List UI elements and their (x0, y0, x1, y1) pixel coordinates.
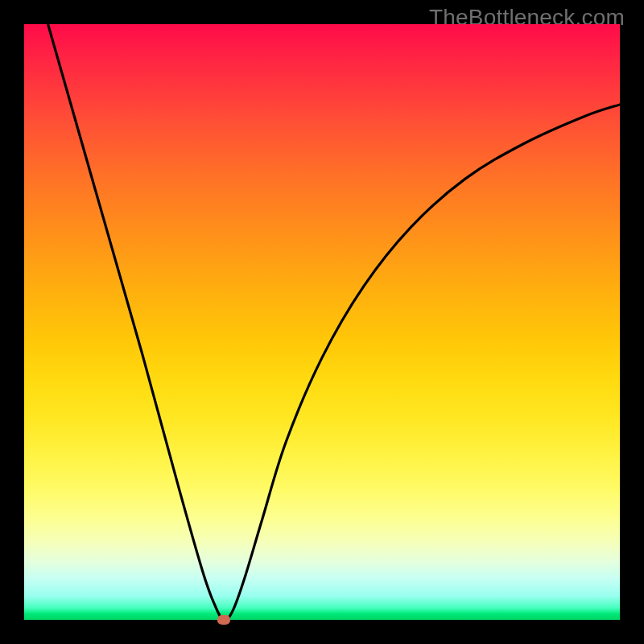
bottleneck-curve (48, 24, 620, 620)
chart-frame: TheBottleneck.com (0, 0, 644, 644)
plot-area (24, 24, 620, 620)
optimum-marker (217, 615, 230, 625)
curve-svg (24, 24, 620, 620)
